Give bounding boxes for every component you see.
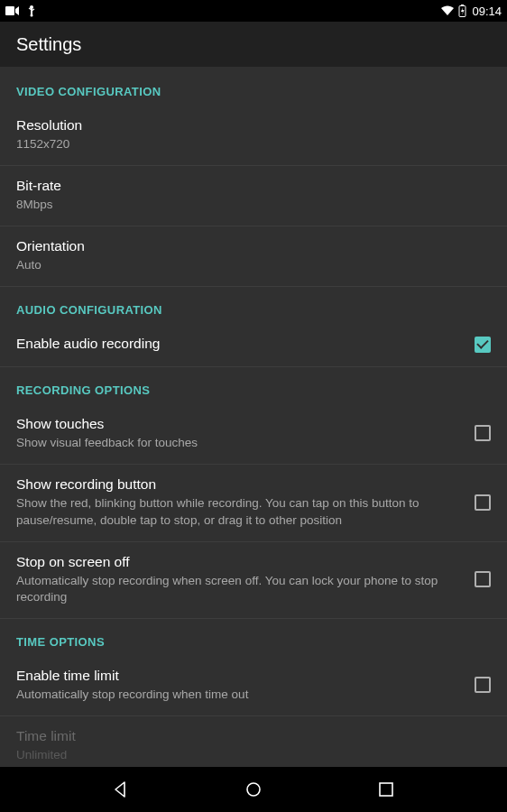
svg-rect-5 xyxy=(461,5,464,6)
pref-show-recording-button[interactable]: Show recording button Show the red, blin… xyxy=(0,465,507,540)
page-title: Settings xyxy=(16,34,81,55)
pref-summary: 8Mbps xyxy=(16,197,476,213)
checkbox-stop-on-screen-off[interactable] xyxy=(475,571,491,587)
pref-summary: 1152x720 xyxy=(16,136,476,152)
app-bar: Settings xyxy=(0,22,507,67)
pref-time-limit: Time limit Unlimited xyxy=(0,716,507,767)
section-header-audio: AUDIO CONFIGURATION xyxy=(0,287,507,324)
status-left xyxy=(5,5,36,17)
checkbox-show-recording-button[interactable] xyxy=(475,494,491,511)
pref-summary: Unlimited xyxy=(16,747,476,763)
pref-resolution[interactable]: Resolution 1152x720 xyxy=(0,106,507,165)
section-header-recording: RECORDING OPTIONS xyxy=(0,367,507,404)
pref-summary: Automatically stop recording when screen… xyxy=(16,573,460,605)
svg-point-3 xyxy=(31,14,33,17)
svg-point-6 xyxy=(247,783,260,796)
usb-debug-icon xyxy=(27,5,36,17)
status-right: 09:14 xyxy=(440,5,502,18)
camcorder-icon xyxy=(5,5,20,16)
pref-stop-on-screen-off[interactable]: Stop on screen off Automatically stop re… xyxy=(0,542,507,618)
settings-list: VIDEO CONFIGURATION Resolution 1152x720 … xyxy=(0,67,507,767)
navigation-bar xyxy=(0,767,507,812)
pref-title: Enable time limit xyxy=(16,667,460,686)
section-header-video: VIDEO CONFIGURATION xyxy=(0,67,507,106)
pref-enable-time-limit[interactable]: Enable time limit Automatically stop rec… xyxy=(0,656,507,715)
checkbox-enable-time-limit[interactable] xyxy=(475,677,491,693)
checkbox-enable-audio[interactable] xyxy=(475,337,491,353)
pref-title: Show touches xyxy=(16,415,460,434)
section-header-time: TIME OPTIONS xyxy=(0,619,507,656)
battery-charging-icon xyxy=(458,5,466,17)
pref-title: Orientation xyxy=(16,237,476,256)
wifi-icon xyxy=(440,5,455,16)
pref-title: Enable audio recording xyxy=(16,335,460,354)
pref-title: Bit-rate xyxy=(16,177,476,196)
checkbox-show-touches[interactable] xyxy=(475,425,491,441)
pref-title: Show recording button xyxy=(16,475,460,494)
nav-recent-button[interactable] xyxy=(375,779,397,800)
nav-home-button[interactable] xyxy=(243,779,264,800)
status-time: 09:14 xyxy=(472,5,502,18)
pref-bitrate[interactable]: Bit-rate 8Mbps xyxy=(0,166,507,226)
pref-title: Time limit xyxy=(16,727,476,746)
svg-rect-7 xyxy=(380,783,392,796)
nav-back-button[interactable] xyxy=(110,779,132,800)
pref-title: Resolution xyxy=(16,116,476,135)
pref-summary: Show the red, blinking button while reco… xyxy=(16,495,460,528)
pref-summary: Auto xyxy=(16,257,476,273)
svg-rect-0 xyxy=(5,6,14,15)
pref-show-touches[interactable]: Show touches Show visual feedback for to… xyxy=(0,404,507,464)
pref-enable-audio[interactable]: Enable audio recording xyxy=(0,324,507,366)
pref-summary: Automatically stop recording when time o… xyxy=(16,687,460,703)
status-bar: 09:14 xyxy=(0,0,507,22)
pref-orientation[interactable]: Orientation Auto xyxy=(0,226,507,286)
pref-summary: Show visual feedback for touches xyxy=(16,435,460,451)
pref-title: Stop on screen off xyxy=(16,553,460,572)
